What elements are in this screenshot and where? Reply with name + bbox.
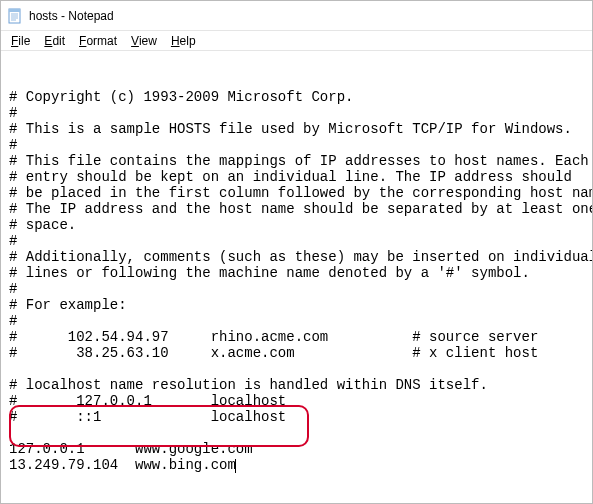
notepad-icon bbox=[7, 8, 23, 24]
text-editor[interactable]: # Copyright (c) 1993-2009 Microsoft Corp… bbox=[1, 51, 592, 503]
text-cursor bbox=[235, 459, 236, 473]
menu-help[interactable]: Help bbox=[165, 33, 202, 49]
svg-rect-1 bbox=[9, 9, 20, 12]
menu-edit[interactable]: Edit bbox=[38, 33, 71, 49]
menu-format[interactable]: Format bbox=[73, 33, 123, 49]
menu-view[interactable]: View bbox=[125, 33, 163, 49]
menu-file[interactable]: File bbox=[5, 33, 36, 49]
titlebar[interactable]: hosts - Notepad bbox=[1, 1, 592, 31]
window-title: hosts - Notepad bbox=[29, 9, 114, 23]
menubar: File Edit Format View Help bbox=[1, 31, 592, 51]
editor-content[interactable]: # Copyright (c) 1993-2009 Microsoft Corp… bbox=[3, 85, 590, 477]
